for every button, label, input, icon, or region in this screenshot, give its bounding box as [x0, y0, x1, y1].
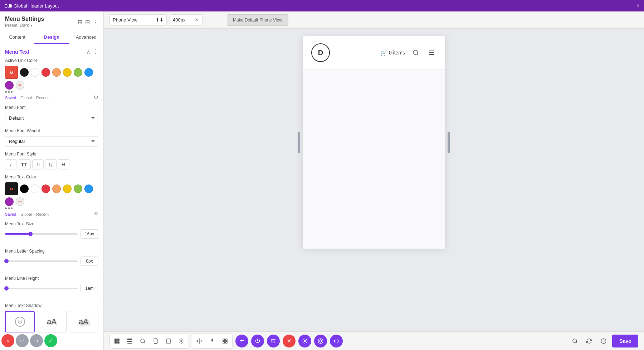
- menu-text-size-value[interactable]: 16px: [80, 229, 98, 239]
- target-btn[interactable]: [314, 335, 327, 347]
- tc-swatch-yellow[interactable]: [63, 184, 72, 193]
- cancel-btn[interactable]: ×: [1, 334, 14, 347]
- resize-handle-right[interactable]: [448, 132, 450, 153]
- gear-btn[interactable]: [298, 335, 311, 347]
- tc-swatch-orange[interactable]: [52, 184, 61, 193]
- add-btn[interactable]: +: [235, 335, 248, 347]
- preview-search-btn[interactable]: [411, 48, 421, 58]
- menu-line-height-track[interactable]: [5, 288, 78, 289]
- rows-btn[interactable]: [124, 335, 136, 347]
- color-tabs: Saved Global Recent: [5, 96, 49, 100]
- underline-btn[interactable]: U: [45, 159, 57, 169]
- dot-2: [8, 91, 10, 93]
- settings-small-btn[interactable]: [176, 335, 187, 347]
- tc-settings-icon[interactable]: ⚙: [94, 211, 98, 216]
- capitalize-btn[interactable]: Tt: [32, 159, 44, 169]
- active-link-color-selected[interactable]: [5, 66, 18, 79]
- tc-swatch-pen[interactable]: ✏: [16, 197, 24, 206]
- tc-swatch-purple[interactable]: [5, 197, 14, 206]
- color-tab-saved[interactable]: Saved: [5, 96, 16, 100]
- color-swatch-red[interactable]: [42, 68, 50, 77]
- refresh-btn[interactable]: [584, 335, 595, 347]
- preview-logo: D: [311, 43, 330, 62]
- undo-btn[interactable]: ↩: [16, 334, 29, 347]
- menu-letter-spacing-track[interactable]: [5, 260, 78, 262]
- color-swatch-black[interactable]: [20, 68, 29, 77]
- tab-content[interactable]: Content: [0, 31, 34, 44]
- color-tab-recent[interactable]: Recent: [36, 96, 49, 100]
- menu-text-color-label: Menu Text Color: [5, 174, 98, 179]
- color-swatch-orange[interactable]: [52, 68, 61, 77]
- color-swatch-purple[interactable]: [5, 81, 14, 90]
- redo-btn[interactable]: ↪: [30, 334, 43, 347]
- uppercase-btn[interactable]: TT: [18, 159, 31, 169]
- px-close-btn[interactable]: ×: [191, 14, 203, 26]
- section-more-icon[interactable]: ⋮: [93, 48, 98, 55]
- color-swatch-pen[interactable]: ✏: [16, 81, 24, 90]
- italic-btn[interactable]: I: [5, 159, 16, 169]
- close-icon[interactable]: ×: [636, 3, 640, 9]
- square-btn[interactable]: [163, 335, 174, 347]
- magic-btn[interactable]: [206, 335, 218, 347]
- tc-tab-global[interactable]: Global: [20, 212, 32, 216]
- color-settings-icon[interactable]: ⚙: [94, 94, 98, 100]
- strikethrough-btn[interactable]: S: [58, 159, 69, 169]
- menu-letter-spacing-thumb[interactable]: [4, 259, 9, 263]
- search-btn[interactable]: [137, 335, 148, 347]
- section-collapse-icon[interactable]: ∧: [86, 48, 91, 55]
- sidebar-icon-expand[interactable]: ⊞: [78, 19, 82, 25]
- sidebar-icon-more[interactable]: ⋮: [93, 19, 98, 25]
- confirm-btn[interactable]: ✓: [44, 334, 57, 347]
- move-btn[interactable]: [194, 335, 205, 347]
- view-select[interactable]: Phone View ⬆⬇: [109, 14, 167, 26]
- menu-font-select[interactable]: Default: [5, 113, 98, 123]
- menu-letter-spacing-value[interactable]: 0px: [80, 256, 98, 266]
- menu-line-height-thumb[interactable]: [4, 286, 9, 291]
- make-default-btn[interactable]: Make Default Phone View: [227, 14, 288, 26]
- px-input[interactable]: 400px: [170, 14, 191, 26]
- shadow-heavy-option[interactable]: aA: [69, 311, 98, 332]
- tc-tab-recent[interactable]: Recent: [36, 212, 49, 216]
- menu-text-size-thumb[interactable]: [28, 232, 33, 236]
- color-swatch-blue[interactable]: [84, 68, 93, 77]
- zoom-btn[interactable]: [569, 335, 581, 347]
- shadow-light-option[interactable]: aA: [37, 311, 67, 332]
- menu-font-weight-select[interactable]: Regular: [5, 136, 98, 147]
- tab-design[interactable]: Design: [34, 31, 69, 44]
- layout-btn[interactable]: [111, 335, 123, 347]
- tc-swatch-red[interactable]: [42, 184, 50, 193]
- shadow-none-option[interactable]: ⊘: [5, 311, 35, 332]
- menu-text-shadow-label: Menu Text Shadow: [5, 303, 98, 308]
- tc-swatch-green[interactable]: [74, 184, 82, 193]
- power-btn[interactable]: [251, 335, 264, 347]
- resize-handle-left[interactable]: [298, 132, 300, 153]
- tc-swatch-blue[interactable]: [84, 184, 93, 193]
- code-btn[interactable]: [330, 335, 343, 347]
- menu-line-height-value[interactable]: 1em: [80, 284, 98, 293]
- tab-advanced[interactable]: Advanced: [69, 31, 103, 44]
- color-swatch-white[interactable]: [31, 68, 39, 77]
- view-select-label: Phone View: [113, 17, 137, 23]
- grid-btn[interactable]: [219, 335, 231, 347]
- preview-menu-btn[interactable]: [426, 48, 436, 58]
- menu-text-color-selected[interactable]: [5, 182, 18, 195]
- color-tab-global[interactable]: Global: [20, 96, 32, 100]
- tc-tab-saved[interactable]: Saved: [5, 212, 16, 216]
- close-btn[interactable]: ×: [283, 335, 296, 347]
- sidebar-title: Menu Settings: [5, 16, 44, 22]
- color-swatch-green[interactable]: [74, 68, 82, 77]
- help-btn[interactable]: [598, 335, 609, 347]
- menu-text-size-track[interactable]: [5, 233, 78, 235]
- svg-rect-5: [114, 339, 117, 344]
- svg-rect-7: [117, 341, 119, 344]
- tc-swatch-white[interactable]: [31, 184, 39, 193]
- mobile-btn[interactable]: [150, 335, 161, 347]
- sidebar-content: Menu Text ∧ ⋮ Active Link Color: [0, 44, 103, 350]
- sidebar-icon-layout[interactable]: ⊟: [85, 19, 90, 25]
- svg-point-23: [319, 340, 321, 342]
- save-btn[interactable]: Save: [612, 335, 638, 347]
- svg-point-11: [141, 339, 145, 343]
- trash-btn[interactable]: [267, 335, 280, 347]
- tc-swatch-black2[interactable]: [20, 184, 29, 193]
- color-swatch-yellow[interactable]: [63, 68, 72, 77]
